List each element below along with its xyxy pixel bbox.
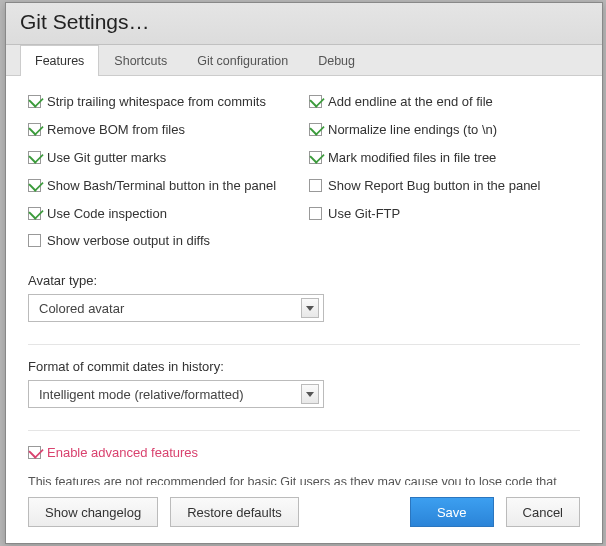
chevron-down-icon (301, 384, 319, 404)
tab-shortcuts[interactable]: Shortcuts (99, 45, 182, 76)
left-checkbox-4[interactable]: Use Code inspection (28, 206, 299, 223)
checkbox-icon (309, 151, 322, 164)
checkbox-label: Mark modified files in file tree (328, 150, 496, 167)
cancel-button[interactable]: Cancel (506, 497, 580, 527)
avatar-type-value: Colored avatar (39, 301, 124, 316)
date-format-select[interactable]: Intelligent mode (relative/formatted) (28, 380, 324, 408)
checkbox-icon (28, 95, 41, 108)
avatar-type-select[interactable]: Colored avatar (28, 294, 324, 322)
right-checkbox-3[interactable]: Show Report Bug button in the panel (309, 178, 580, 195)
checkbox-label: Show Report Bug button in the panel (328, 178, 540, 195)
tab-git-configuration[interactable]: Git configuration (182, 45, 303, 76)
git-settings-dialog: Git Settings… Features Shortcuts Git con… (5, 2, 603, 544)
tab-bar: Features Shortcuts Git configuration Deb… (6, 45, 602, 76)
right-checkbox-1[interactable]: Normalize line endings (to \n) (309, 122, 580, 139)
checkbox-label: Add endline at the end of file (328, 94, 493, 111)
left-checkbox-0[interactable]: Strip trailing whitespace from commits (28, 94, 299, 111)
save-button[interactable]: Save (410, 497, 494, 527)
dialog-title: Git Settings… (20, 10, 588, 34)
left-checkbox-3[interactable]: Show Bash/Terminal button in the panel (28, 178, 299, 195)
divider (28, 430, 580, 431)
dialog-footer: Show changelog Restore defaults Save Can… (6, 485, 602, 543)
checkbox-label: Strip trailing whitespace from commits (47, 94, 266, 111)
left-checkbox-1[interactable]: Remove BOM from files (28, 122, 299, 139)
checkbox-icon (28, 234, 41, 247)
right-checkbox-4[interactable]: Use Git-FTP (309, 206, 580, 223)
left-checkbox-5[interactable]: Show verbose output in diffs (28, 233, 299, 250)
date-format-label: Format of commit dates in history: (28, 359, 580, 374)
checkbox-label: Use Git gutter marks (47, 150, 166, 167)
checkbox-icon (28, 207, 41, 220)
enable-advanced-features-label: Enable advanced features (47, 445, 198, 462)
checkbox-icon (28, 446, 41, 459)
checkbox-icon (309, 179, 322, 192)
tab-content: Strip trailing whitespace from commitsRe… (6, 76, 602, 485)
checkbox-label: Normalize line endings (to \n) (328, 122, 497, 139)
tab-features[interactable]: Features (20, 45, 99, 76)
checkbox-icon (309, 207, 322, 220)
enable-advanced-features-checkbox[interactable]: Enable advanced features (28, 445, 580, 462)
show-changelog-button[interactable]: Show changelog (28, 497, 158, 527)
checkbox-icon (28, 151, 41, 164)
checkbox-icon (28, 123, 41, 136)
right-checkbox-2[interactable]: Mark modified files in file tree (309, 150, 580, 167)
left-checkbox-2[interactable]: Use Git gutter marks (28, 150, 299, 167)
checkbox-icon (28, 179, 41, 192)
avatar-type-label: Avatar type: (28, 273, 580, 288)
advanced-features-note: This features are not recommended for ba… (28, 473, 580, 485)
restore-defaults-button[interactable]: Restore defaults (170, 497, 299, 527)
checkbox-icon (309, 123, 322, 136)
divider (28, 344, 580, 345)
right-checkbox-0[interactable]: Add endline at the end of file (309, 94, 580, 111)
tab-debug[interactable]: Debug (303, 45, 370, 76)
checkbox-label: Use Git-FTP (328, 206, 400, 223)
checkbox-icon (309, 95, 322, 108)
checkbox-label: Show verbose output in diffs (47, 233, 210, 250)
checkbox-label: Use Code inspection (47, 206, 167, 223)
date-format-value: Intelligent mode (relative/formatted) (39, 387, 243, 402)
checkbox-label: Remove BOM from files (47, 122, 185, 139)
checkbox-label: Show Bash/Terminal button in the panel (47, 178, 276, 195)
chevron-down-icon (301, 298, 319, 318)
titlebar: Git Settings… (6, 3, 602, 45)
